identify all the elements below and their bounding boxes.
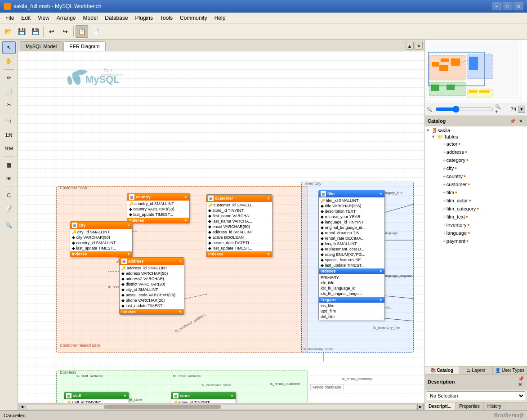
menu-arrange[interactable]: Arrange (53, 14, 80, 22)
fk-store-address: fk_store_address (173, 374, 201, 378)
tree-table-address[interactable]: + address • (426, 148, 526, 156)
desc-pin-btn[interactable]: 📌 (518, 376, 524, 382)
left-toolbar: ↖ ✋ ✏ ⬜ ✂ 1:1 1:N N:M ▦ 👁 ⬡ 📝 🔍 (0, 40, 18, 410)
tree-table-film-text[interactable]: + film_text • (426, 213, 526, 221)
mini-map-canvas[interactable] (425, 40, 527, 103)
svg-rect-26 (447, 85, 455, 90)
main-toolbar: 📂 💾 💾 ↩ ↪ 📋 📄 (0, 23, 527, 40)
tab-nav-up[interactable]: ▲ (406, 42, 414, 50)
scroll-track[interactable] (25, 405, 417, 409)
table-city[interactable]: ▦ city ▼ 🔑city_id SMALLINT ◆ city VARCHA… (70, 221, 133, 257)
catalog-pin-btn[interactable]: 📌 (509, 117, 516, 125)
tree-table-payment[interactable]: + payment • (426, 237, 526, 245)
minimize-button[interactable]: − (492, 2, 502, 10)
tree-table-film-category[interactable]: + film_category • (426, 205, 526, 213)
tree-table-actor[interactable]: + actor • (426, 140, 526, 148)
tree-table-name: film_category (447, 206, 476, 211)
toggle-button-1[interactable]: 📋 (76, 25, 88, 38)
view-tool[interactable]: 👁 (2, 172, 16, 185)
table-tool[interactable]: ▦ (2, 159, 16, 171)
maximize-button[interactable]: □ (503, 2, 513, 10)
tree-tables-folder[interactable]: ▼ 📁 Tables (426, 134, 526, 140)
no-selection-dropdown[interactable]: No Selection (427, 391, 525, 400)
tree-table-customer[interactable]: + customer • (426, 180, 526, 188)
bottom-tab-history[interactable]: History (484, 402, 505, 410)
hand-tool[interactable]: ✋ (2, 55, 16, 67)
zoom-tool[interactable]: 🔍 (2, 219, 16, 232)
table-address[interactable]: ▦ address ▼ 🔑address_id SMALLINT ◆ addre… (119, 257, 184, 315)
table-staff[interactable]: ▦ staff ▼ 🔑staff_id TINYINT ◆ first_name… (64, 392, 129, 403)
mini-map: 🔍- 🔍+ 74 ▼ (425, 40, 527, 116)
open-button[interactable]: 📂 (2, 25, 14, 38)
redo-button[interactable]: ↪ (59, 25, 71, 38)
tree-table-film[interactable]: + film • (426, 188, 526, 197)
scroll-left-btn[interactable]: ◀ (19, 404, 25, 410)
tree-table-country[interactable]: + country • (426, 172, 526, 180)
tab-bar: MySQL Model EER Diagram ▲ ✕ (18, 40, 424, 51)
table-film[interactable]: ▦ film ▼ 🔑film_id SMALLINT ◆ title VARCH… (318, 190, 385, 320)
draw-tool[interactable]: ✏ (2, 71, 16, 84)
mini-map-controls: 🔍- 🔍+ 74 ▼ (425, 103, 527, 116)
toggle-button-2[interactable]: 📄 (89, 25, 102, 38)
app-icon (4, 3, 11, 10)
zoom-out-icon[interactable]: 🔍- (427, 107, 433, 112)
menu-database[interactable]: Database (101, 14, 131, 22)
cat-tab-layers[interactable]: 🗂 Layers (459, 366, 493, 374)
tree-table-inventory[interactable]: + inventory • (426, 221, 526, 229)
cat-tab-catalog[interactable]: 📚 Catalog (425, 366, 459, 374)
layer-tool[interactable]: ⬡ (2, 189, 16, 201)
zoom-slider[interactable] (435, 106, 493, 112)
table-store[interactable]: ▦ store ▼ 🔑store_id TINYINT ◆ manager_st… (171, 392, 236, 403)
rect-tool[interactable]: ⬜ (2, 85, 16, 98)
undo-button[interactable]: ↩ (45, 25, 58, 38)
menu-model[interactable]: Model (80, 14, 102, 22)
zoom-value: 74 (505, 107, 516, 112)
menu-edit[interactable]: Edit (18, 14, 34, 22)
tree-table-film-actor[interactable]: + film_actor • (426, 197, 526, 205)
menu-help[interactable]: Help (211, 14, 229, 22)
eer-canvas[interactable]: MySQL Sun microsystems Customer Data Cus… (18, 51, 424, 403)
tree-table-name: country (447, 174, 463, 179)
zoom-dropdown[interactable]: ▼ (518, 106, 525, 113)
tree-root[interactable]: ▼ 🗄 sakila (426, 127, 526, 134)
lt-sep-5 (4, 217, 14, 217)
tree-table-language[interactable]: + language • (426, 229, 526, 237)
description-content: No Selection (425, 389, 527, 402)
fk-inventory-store: fk_inventory_store (304, 347, 333, 351)
cat-tab-user-types[interactable]: 👤 User Types (493, 366, 527, 374)
description-panel: Description 📌 ✕ No Selection Descripti..… (425, 374, 527, 410)
tab-close-btn[interactable]: ✕ (415, 42, 423, 50)
table-customer[interactable]: ▦ customer ▼ 🔑customer_id SMALLI... ◆ st… (206, 194, 272, 257)
fk-staff-address: fk_staff_address (76, 374, 103, 378)
relation-n-tool[interactable]: 1:N (2, 129, 16, 141)
menu-file[interactable]: File (2, 14, 18, 22)
close-button[interactable]: ✕ (514, 2, 523, 10)
bottom-tab-description[interactable]: Descripti... (425, 402, 456, 410)
tab-mysql-model[interactable]: MySQL Model (20, 41, 63, 51)
catalog-close-btn[interactable]: ✕ (517, 117, 524, 125)
bottom-tab-properties[interactable]: Properties (456, 402, 484, 410)
select-tool[interactable]: ↖ (2, 41, 16, 54)
zoom-in-icon[interactable]: 🔍+ (495, 104, 503, 114)
scroll-thumb[interactable] (104, 405, 221, 409)
menu-community[interactable]: Community (176, 14, 211, 22)
table-country[interactable]: ▦ country ▼ 🔑country_id SMALLINT ◆ count… (127, 193, 190, 223)
canvas-horizontal-scrollbar[interactable]: ◀ ▶ (18, 403, 424, 410)
tab-eer-diagram[interactable]: EER Diagram (63, 41, 105, 51)
erase-tool[interactable]: ✂ (2, 98, 16, 111)
note-tool[interactable]: 📝 (2, 202, 16, 215)
relation-m-tool[interactable]: N:M (2, 142, 16, 155)
tree-table-city[interactable]: + city • (426, 164, 526, 172)
description-header: Description 📌 ✕ (425, 375, 527, 389)
save-button[interactable]: 💾 (15, 25, 28, 38)
save-as-button[interactable]: 💾 (29, 25, 41, 38)
menu-tools[interactable]: Tools (156, 14, 176, 22)
desc-close-btn[interactable]: ✕ (518, 382, 524, 388)
menu-plugins[interactable]: Plugins (132, 14, 156, 22)
catalog-title: Catalog (428, 118, 446, 124)
menu-view[interactable]: View (34, 14, 53, 22)
status-bar: Cancelled. Brothersoft (0, 410, 527, 420)
tree-table-category[interactable]: + category • (426, 156, 526, 164)
relation-1-tool[interactable]: 1:1 (2, 115, 16, 128)
scroll-right-btn[interactable]: ▶ (417, 404, 424, 410)
